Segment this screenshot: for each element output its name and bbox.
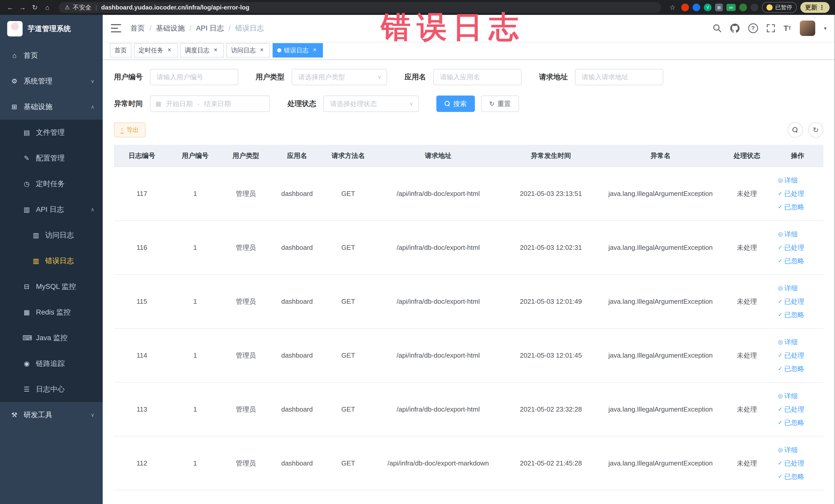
hamburger-icon[interactable] (111, 24, 121, 32)
detail-link[interactable]: ◎详细 (778, 389, 821, 403)
chevron-up-icon: ∧ (90, 104, 95, 110)
sidebar-item-系统管理[interactable]: ⚙系统管理∨ (0, 68, 103, 94)
reset-button[interactable]: ↻ 重置 (481, 96, 519, 112)
ignored-link[interactable]: ✓已忽略 (778, 308, 821, 321)
security-label: 不安全 (73, 3, 91, 12)
help-icon[interactable]: ? (748, 23, 758, 33)
extension-red-icon[interactable] (681, 4, 689, 11)
ignored-link[interactable]: ✓已忽略 (778, 416, 821, 429)
extension-blue-drop-icon[interactable] (693, 4, 700, 11)
detail-link[interactable]: ◎详细 (778, 335, 821, 349)
check-icon: ✓ (778, 403, 782, 416)
ignored-link[interactable]: ✓已忽略 (778, 470, 821, 483)
cell-status: 未处理 (722, 382, 772, 436)
sidebar-item-文件管理[interactable]: ▤文件管理 (0, 120, 103, 145)
tab-错误日志[interactable]: 错误日志× (272, 43, 323, 58)
browser-refresh-icon[interactable]: ↻ (30, 2, 40, 13)
sidebar-item-链路追踪[interactable]: ◉链路追踪 (0, 351, 103, 377)
sidebar-item-Redis 监控[interactable]: ▦Redis 监控 (0, 299, 103, 325)
processed-link[interactable]: ✓已处理 (778, 241, 821, 254)
tab-close-icon[interactable]: × (311, 47, 318, 54)
browser-forward-icon[interactable]: → (18, 2, 28, 13)
processed-link[interactable]: ✓已处理 (778, 295, 821, 308)
sidebar-item-MySQL 监控[interactable]: ⊟MySQL 监控 (0, 274, 103, 299)
extension-grid-icon[interactable]: ⊞ (715, 4, 723, 11)
ignored-link[interactable]: ✓已忽略 (778, 254, 821, 267)
java-icon: ⌨ (23, 334, 31, 342)
security-warning-icon: ⚠ (65, 4, 70, 11)
processed-link[interactable]: ✓已处理 (778, 457, 821, 470)
sidebar-item-定时任务[interactable]: ◷定时任务 (0, 171, 103, 197)
tab-定时任务[interactable]: 定时任务× (134, 43, 178, 58)
avatar[interactable] (800, 21, 815, 36)
github-icon[interactable] (730, 24, 739, 33)
sidebar-item-研发工具[interactable]: ⚒研发工具∨ (0, 402, 103, 428)
tab-访问日志[interactable]: 访问日志× (226, 43, 270, 58)
user-type-select[interactable]: 请选择用户类型 ∨ (291, 69, 387, 85)
breadcrumb-item[interactable]: 基础设施 (156, 23, 185, 33)
processed-link[interactable]: ✓已处理 (778, 349, 821, 362)
column-header: 异常名 (599, 145, 722, 167)
bookmark-star-icon[interactable]: ☆ (667, 2, 678, 13)
chevron-down-icon: ∨ (409, 101, 413, 107)
browser-back-icon[interactable]: ← (5, 2, 15, 13)
start-date-placeholder: 开始日期 (166, 99, 193, 108)
table-header: 日志编号用户编号用户类型应用名请求方法名请求地址异常发生时间异常名处理状态操作 (114, 145, 823, 167)
font-size-icon[interactable]: TT (784, 24, 791, 33)
sidebar-item-首页[interactable]: ⌂首页 (0, 43, 103, 68)
extension-green-v-icon[interactable]: V (704, 4, 712, 11)
tab-首页[interactable]: 首页 (110, 43, 131, 58)
user-id-input[interactable] (150, 69, 238, 85)
processed-link[interactable]: ✓已处理 (778, 187, 821, 200)
sidebar-item-基础设施[interactable]: ⊞基础设施∧ (0, 94, 103, 120)
sidebar-item-配置管理[interactable]: ✎配置管理 (0, 145, 103, 171)
process-status-label: 处理状态 (287, 99, 316, 108)
ignored-link[interactable]: ✓已忽略 (778, 200, 821, 214)
tab-close-icon[interactable]: × (166, 47, 173, 54)
search-icon[interactable] (713, 24, 721, 33)
export-button[interactable]: ↑ 导出 (114, 122, 145, 137)
extension-on-badge-icon[interactable]: on (727, 4, 736, 11)
tab-close-icon[interactable]: × (212, 47, 219, 54)
tab-label: 调度日志 (185, 46, 209, 55)
processed-link[interactable]: ✓已处理 (778, 403, 821, 416)
app-name-input[interactable] (433, 69, 522, 85)
sidebar-item-API 日志[interactable]: ▥API 日志∧ (0, 197, 103, 222)
extension-paw-icon[interactable] (751, 4, 758, 11)
extension-leaf-icon[interactable] (739, 4, 747, 11)
tab-close-icon[interactable]: × (258, 47, 265, 54)
sidebar-item-错误日志[interactable]: ▥错误日志 (0, 248, 103, 274)
process-status-select[interactable]: 请选择处理状态 ∨ (323, 96, 419, 112)
sidebar-item-访问日志[interactable]: ▥访问日志 (0, 222, 103, 248)
browser-home-icon[interactable]: ⌂ (42, 2, 53, 13)
paused-badge[interactable]: 已暂停 (762, 2, 797, 13)
exception-time-label: 异常时间 (114, 99, 143, 108)
cell-user_id: 1 (170, 328, 221, 382)
ignored-link[interactable]: ✓已忽略 (778, 362, 821, 375)
config-icon: ✎ (23, 154, 31, 162)
update-button[interactable]: 更新 ⋮ (800, 2, 830, 13)
detail-link[interactable]: ◎详细 (778, 281, 821, 295)
breadcrumb-item[interactable]: API 日志 (196, 23, 224, 33)
breadcrumb-item[interactable]: 首页 (130, 23, 145, 33)
url-bar[interactable]: ⚠ 不安全 | dashboard.yudao.iocoder.cn/infra… (59, 2, 661, 13)
screen: ← → ↻ ⌂ ⚠ 不安全 | dashboard.yudao.iocoder.… (0, 0, 835, 504)
exception-time-range-picker[interactable]: ▦ 开始日期 - 结束日期 (150, 96, 270, 112)
sidebar-item-日志中心[interactable]: ☰日志中心 (0, 377, 103, 402)
view-icon: ◎ (778, 227, 782, 241)
search-button[interactable]: 搜索 (436, 96, 475, 112)
cell-method: GET (323, 328, 373, 382)
caret-down-icon[interactable]: ▾ (824, 25, 827, 31)
toggle-search-button[interactable] (788, 122, 803, 138)
tab-调度日志[interactable]: 调度日志× (180, 43, 224, 58)
cell-app: dashboard (271, 328, 323, 382)
sidebar-item-Java 监控[interactable]: ⌨Java 监控 (0, 325, 103, 351)
detail-link[interactable]: ◎详细 (778, 227, 821, 241)
logo-row[interactable]: 芋道管理系统 (0, 15, 103, 43)
fullscreen-icon[interactable] (767, 24, 775, 32)
detail-link[interactable]: ◎详细 (778, 174, 821, 187)
request-url-input[interactable] (575, 69, 663, 85)
detail-link[interactable]: ◎详细 (778, 443, 821, 457)
view-icon: ◎ (778, 174, 782, 187)
refresh-table-button[interactable]: ↻ (808, 122, 823, 138)
